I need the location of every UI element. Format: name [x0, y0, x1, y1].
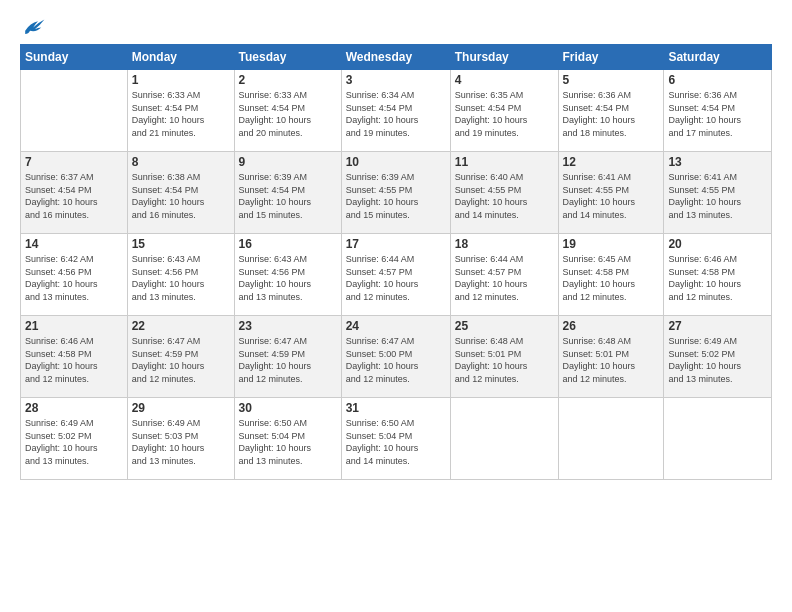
day-info: Sunrise: 6:49 AM Sunset: 5:02 PM Dayligh… [25, 417, 123, 467]
day-info: Sunrise: 6:48 AM Sunset: 5:01 PM Dayligh… [455, 335, 554, 385]
calendar-cell: 8Sunrise: 6:38 AM Sunset: 4:54 PM Daylig… [127, 152, 234, 234]
weekday-header: Friday [558, 45, 664, 70]
day-info: Sunrise: 6:41 AM Sunset: 4:55 PM Dayligh… [668, 171, 767, 221]
page: SundayMondayTuesdayWednesdayThursdayFrid… [0, 0, 792, 612]
day-number: 31 [346, 401, 446, 415]
day-info: Sunrise: 6:38 AM Sunset: 4:54 PM Dayligh… [132, 171, 230, 221]
calendar-cell: 11Sunrise: 6:40 AM Sunset: 4:55 PM Dayli… [450, 152, 558, 234]
calendar-table: SundayMondayTuesdayWednesdayThursdayFrid… [20, 44, 772, 480]
day-info: Sunrise: 6:46 AM Sunset: 4:58 PM Dayligh… [668, 253, 767, 303]
day-info: Sunrise: 6:35 AM Sunset: 4:54 PM Dayligh… [455, 89, 554, 139]
day-number: 1 [132, 73, 230, 87]
weekday-header: Saturday [664, 45, 772, 70]
calendar-cell: 4Sunrise: 6:35 AM Sunset: 4:54 PM Daylig… [450, 70, 558, 152]
day-number: 10 [346, 155, 446, 169]
calendar-cell: 28Sunrise: 6:49 AM Sunset: 5:02 PM Dayli… [21, 398, 128, 480]
day-info: Sunrise: 6:46 AM Sunset: 4:58 PM Dayligh… [25, 335, 123, 385]
day-number: 14 [25, 237, 123, 251]
day-number: 18 [455, 237, 554, 251]
day-number: 19 [563, 237, 660, 251]
day-number: 25 [455, 319, 554, 333]
day-info: Sunrise: 6:34 AM Sunset: 4:54 PM Dayligh… [346, 89, 446, 139]
day-info: Sunrise: 6:47 AM Sunset: 4:59 PM Dayligh… [132, 335, 230, 385]
day-number: 27 [668, 319, 767, 333]
day-number: 29 [132, 401, 230, 415]
calendar-cell: 22Sunrise: 6:47 AM Sunset: 4:59 PM Dayli… [127, 316, 234, 398]
calendar-cell: 25Sunrise: 6:48 AM Sunset: 5:01 PM Dayli… [450, 316, 558, 398]
calendar-cell [664, 398, 772, 480]
day-number: 23 [239, 319, 337, 333]
day-number: 26 [563, 319, 660, 333]
day-number: 11 [455, 155, 554, 169]
calendar-week-row: 14Sunrise: 6:42 AM Sunset: 4:56 PM Dayli… [21, 234, 772, 316]
day-number: 4 [455, 73, 554, 87]
calendar-cell: 19Sunrise: 6:45 AM Sunset: 4:58 PM Dayli… [558, 234, 664, 316]
calendar-cell [21, 70, 128, 152]
calendar-cell: 27Sunrise: 6:49 AM Sunset: 5:02 PM Dayli… [664, 316, 772, 398]
weekday-header: Thursday [450, 45, 558, 70]
day-number: 30 [239, 401, 337, 415]
day-info: Sunrise: 6:45 AM Sunset: 4:58 PM Dayligh… [563, 253, 660, 303]
calendar-cell [450, 398, 558, 480]
calendar-week-row: 7Sunrise: 6:37 AM Sunset: 4:54 PM Daylig… [21, 152, 772, 234]
day-number: 12 [563, 155, 660, 169]
calendar-cell: 14Sunrise: 6:42 AM Sunset: 4:56 PM Dayli… [21, 234, 128, 316]
day-info: Sunrise: 6:39 AM Sunset: 4:55 PM Dayligh… [346, 171, 446, 221]
calendar-cell: 26Sunrise: 6:48 AM Sunset: 5:01 PM Dayli… [558, 316, 664, 398]
day-info: Sunrise: 6:43 AM Sunset: 4:56 PM Dayligh… [132, 253, 230, 303]
day-info: Sunrise: 6:44 AM Sunset: 4:57 PM Dayligh… [346, 253, 446, 303]
calendar-cell: 30Sunrise: 6:50 AM Sunset: 5:04 PM Dayli… [234, 398, 341, 480]
calendar-cell: 16Sunrise: 6:43 AM Sunset: 4:56 PM Dayli… [234, 234, 341, 316]
calendar-cell: 12Sunrise: 6:41 AM Sunset: 4:55 PM Dayli… [558, 152, 664, 234]
day-number: 8 [132, 155, 230, 169]
day-number: 21 [25, 319, 123, 333]
logo-bird-icon [22, 16, 46, 36]
day-info: Sunrise: 6:36 AM Sunset: 4:54 PM Dayligh… [563, 89, 660, 139]
calendar-cell: 10Sunrise: 6:39 AM Sunset: 4:55 PM Dayli… [341, 152, 450, 234]
calendar-cell: 5Sunrise: 6:36 AM Sunset: 4:54 PM Daylig… [558, 70, 664, 152]
calendar-cell: 3Sunrise: 6:34 AM Sunset: 4:54 PM Daylig… [341, 70, 450, 152]
calendar-cell: 13Sunrise: 6:41 AM Sunset: 4:55 PM Dayli… [664, 152, 772, 234]
weekday-header: Monday [127, 45, 234, 70]
calendar-cell: 9Sunrise: 6:39 AM Sunset: 4:54 PM Daylig… [234, 152, 341, 234]
day-number: 15 [132, 237, 230, 251]
calendar-cell: 31Sunrise: 6:50 AM Sunset: 5:04 PM Dayli… [341, 398, 450, 480]
day-number: 24 [346, 319, 446, 333]
day-number: 22 [132, 319, 230, 333]
calendar-week-row: 1Sunrise: 6:33 AM Sunset: 4:54 PM Daylig… [21, 70, 772, 152]
day-number: 17 [346, 237, 446, 251]
day-number: 28 [25, 401, 123, 415]
weekday-header: Tuesday [234, 45, 341, 70]
calendar-week-row: 21Sunrise: 6:46 AM Sunset: 4:58 PM Dayli… [21, 316, 772, 398]
day-info: Sunrise: 6:48 AM Sunset: 5:01 PM Dayligh… [563, 335, 660, 385]
calendar-cell: 15Sunrise: 6:43 AM Sunset: 4:56 PM Dayli… [127, 234, 234, 316]
day-info: Sunrise: 6:41 AM Sunset: 4:55 PM Dayligh… [563, 171, 660, 221]
calendar-cell: 7Sunrise: 6:37 AM Sunset: 4:54 PM Daylig… [21, 152, 128, 234]
day-info: Sunrise: 6:50 AM Sunset: 5:04 PM Dayligh… [346, 417, 446, 467]
day-info: Sunrise: 6:49 AM Sunset: 5:03 PM Dayligh… [132, 417, 230, 467]
day-number: 3 [346, 73, 446, 87]
day-info: Sunrise: 6:33 AM Sunset: 4:54 PM Dayligh… [132, 89, 230, 139]
calendar-cell: 20Sunrise: 6:46 AM Sunset: 4:58 PM Dayli… [664, 234, 772, 316]
calendar-cell: 29Sunrise: 6:49 AM Sunset: 5:03 PM Dayli… [127, 398, 234, 480]
day-info: Sunrise: 6:47 AM Sunset: 5:00 PM Dayligh… [346, 335, 446, 385]
calendar-header-row: SundayMondayTuesdayWednesdayThursdayFrid… [21, 45, 772, 70]
calendar-cell: 21Sunrise: 6:46 AM Sunset: 4:58 PM Dayli… [21, 316, 128, 398]
day-number: 7 [25, 155, 123, 169]
day-info: Sunrise: 6:39 AM Sunset: 4:54 PM Dayligh… [239, 171, 337, 221]
calendar-cell: 23Sunrise: 6:47 AM Sunset: 4:59 PM Dayli… [234, 316, 341, 398]
weekday-header: Wednesday [341, 45, 450, 70]
day-info: Sunrise: 6:36 AM Sunset: 4:54 PM Dayligh… [668, 89, 767, 139]
day-info: Sunrise: 6:47 AM Sunset: 4:59 PM Dayligh… [239, 335, 337, 385]
day-info: Sunrise: 6:43 AM Sunset: 4:56 PM Dayligh… [239, 253, 337, 303]
calendar-cell: 1Sunrise: 6:33 AM Sunset: 4:54 PM Daylig… [127, 70, 234, 152]
day-info: Sunrise: 6:33 AM Sunset: 4:54 PM Dayligh… [239, 89, 337, 139]
day-info: Sunrise: 6:40 AM Sunset: 4:55 PM Dayligh… [455, 171, 554, 221]
day-number: 20 [668, 237, 767, 251]
day-info: Sunrise: 6:50 AM Sunset: 5:04 PM Dayligh… [239, 417, 337, 467]
calendar-cell: 17Sunrise: 6:44 AM Sunset: 4:57 PM Dayli… [341, 234, 450, 316]
calendar-cell: 24Sunrise: 6:47 AM Sunset: 5:00 PM Dayli… [341, 316, 450, 398]
calendar-week-row: 28Sunrise: 6:49 AM Sunset: 5:02 PM Dayli… [21, 398, 772, 480]
weekday-header: Sunday [21, 45, 128, 70]
day-number: 5 [563, 73, 660, 87]
